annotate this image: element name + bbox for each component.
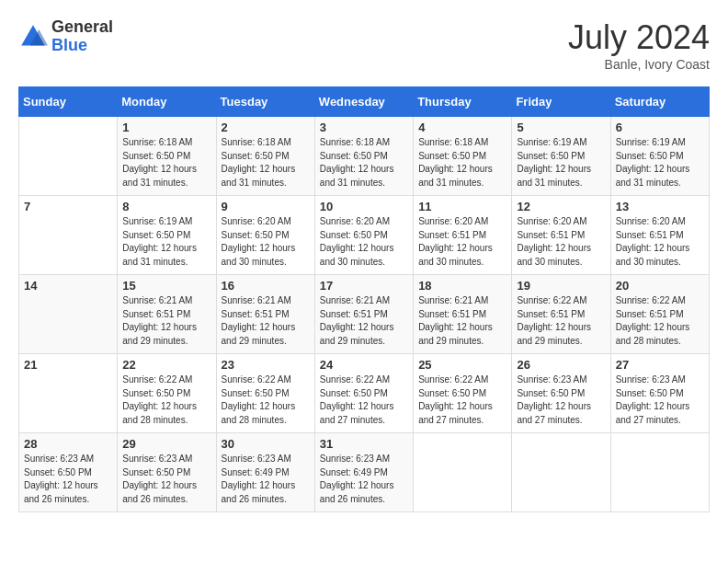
day-info: Sunrise: 6:22 AM Sunset: 6:50 PM Dayligh…: [320, 373, 408, 427]
table-row: 2Sunrise: 6:18 AM Sunset: 6:50 PM Daylig…: [216, 117, 314, 196]
table-row: 16Sunrise: 6:21 AM Sunset: 6:51 PM Dayli…: [216, 275, 314, 354]
table-row: 10Sunrise: 6:20 AM Sunset: 6:50 PM Dayli…: [314, 196, 413, 275]
day-info: Sunrise: 6:23 AM Sunset: 6:50 PM Dayligh…: [616, 373, 704, 427]
calendar-title: July 2024: [568, 18, 710, 57]
day-number: 18: [418, 279, 506, 293]
table-row: 15Sunrise: 6:21 AM Sunset: 6:51 PM Dayli…: [118, 275, 216, 354]
day-number: 29: [122, 437, 210, 451]
table-row: 24Sunrise: 6:22 AM Sunset: 6:50 PM Dayli…: [314, 354, 413, 433]
day-info: Sunrise: 6:18 AM Sunset: 6:50 PM Dayligh…: [122, 136, 210, 190]
day-info: Sunrise: 6:19 AM Sunset: 6:50 PM Dayligh…: [517, 136, 605, 190]
day-number: 30: [222, 437, 310, 451]
day-number: 25: [418, 358, 506, 372]
day-number: 3: [320, 121, 408, 134]
table-row: 29Sunrise: 6:23 AM Sunset: 6:50 PM Dayli…: [118, 433, 216, 512]
day-number: 15: [122, 279, 210, 293]
day-number: 6: [616, 121, 704, 134]
table-row: [414, 433, 512, 512]
table-row: 6Sunrise: 6:19 AM Sunset: 6:50 PM Daylig…: [610, 117, 709, 196]
day-number: 12: [517, 200, 605, 213]
day-info: Sunrise: 6:22 AM Sunset: 6:51 PM Dayligh…: [616, 294, 704, 348]
calendar-table: Sunday Monday Tuesday Wednesday Thursday…: [18, 86, 710, 512]
logo: General Blue: [18, 18, 113, 55]
day-info: Sunrise: 6:21 AM Sunset: 6:51 PM Dayligh…: [122, 294, 210, 348]
table-row: [512, 433, 610, 512]
day-info: Sunrise: 6:23 AM Sunset: 6:50 PM Dayligh…: [122, 453, 210, 506]
day-info: Sunrise: 6:20 AM Sunset: 6:51 PM Dayligh…: [517, 215, 605, 269]
day-info: Sunrise: 6:21 AM Sunset: 6:51 PM Dayligh…: [418, 294, 506, 348]
weekday-header-row: Sunday Monday Tuesday Wednesday Thursday…: [19, 87, 710, 117]
day-number: 1: [122, 121, 210, 134]
day-number: 11: [418, 200, 506, 213]
table-row: 26Sunrise: 6:23 AM Sunset: 6:50 PM Dayli…: [512, 354, 610, 433]
table-row: 12Sunrise: 6:20 AM Sunset: 6:51 PM Dayli…: [512, 196, 610, 275]
header-tuesday: Tuesday: [216, 87, 314, 117]
day-number: 20: [616, 279, 704, 293]
day-info: Sunrise: 6:20 AM Sunset: 6:51 PM Dayligh…: [418, 215, 506, 269]
table-row: 5Sunrise: 6:19 AM Sunset: 6:50 PM Daylig…: [512, 117, 610, 196]
day-number: 26: [517, 358, 605, 372]
calendar-location: Banle, Ivory Coast: [568, 57, 710, 72]
day-number: 28: [24, 437, 112, 451]
day-info: Sunrise: 6:22 AM Sunset: 6:50 PM Dayligh…: [222, 373, 310, 427]
header-wednesday: Wednesday: [314, 87, 413, 117]
calendar-week-row: 78Sunrise: 6:19 AM Sunset: 6:50 PM Dayli…: [19, 196, 710, 275]
logo-blue-text: Blue: [51, 37, 113, 55]
day-number: 22: [122, 358, 210, 372]
header-monday: Monday: [118, 87, 216, 117]
day-info: Sunrise: 6:22 AM Sunset: 6:50 PM Dayligh…: [122, 373, 210, 427]
day-number: 13: [616, 200, 704, 213]
day-number: 8: [122, 200, 210, 213]
day-number: 16: [222, 279, 310, 293]
day-number: 23: [222, 358, 310, 372]
header-sunday: Sunday: [19, 87, 118, 117]
table-row: [19, 117, 118, 196]
calendar-week-row: 1Sunrise: 6:18 AM Sunset: 6:50 PM Daylig…: [19, 117, 710, 196]
table-row: 23Sunrise: 6:22 AM Sunset: 6:50 PM Dayli…: [216, 354, 314, 433]
day-info: Sunrise: 6:20 AM Sunset: 6:50 PM Dayligh…: [222, 215, 310, 269]
table-row: 14: [19, 275, 118, 354]
table-row: 25Sunrise: 6:22 AM Sunset: 6:50 PM Dayli…: [414, 354, 512, 433]
table-row: 7: [19, 196, 118, 275]
day-number: 24: [320, 358, 408, 372]
table-row: 22Sunrise: 6:22 AM Sunset: 6:50 PM Dayli…: [118, 354, 216, 433]
day-info: Sunrise: 6:23 AM Sunset: 6:49 PM Dayligh…: [320, 453, 408, 506]
day-info: Sunrise: 6:22 AM Sunset: 6:50 PM Dayligh…: [418, 373, 506, 427]
table-row: 20Sunrise: 6:22 AM Sunset: 6:51 PM Dayli…: [610, 275, 709, 354]
day-info: Sunrise: 6:18 AM Sunset: 6:50 PM Dayligh…: [320, 136, 408, 190]
logo-icon: [18, 22, 48, 52]
table-row: 30Sunrise: 6:23 AM Sunset: 6:49 PM Dayli…: [216, 433, 314, 512]
day-number: 9: [222, 200, 310, 213]
table-row: 9Sunrise: 6:20 AM Sunset: 6:50 PM Daylig…: [216, 196, 314, 275]
table-row: 8Sunrise: 6:19 AM Sunset: 6:50 PM Daylig…: [118, 196, 216, 275]
day-number: 21: [24, 358, 112, 372]
table-row: 21: [19, 354, 118, 433]
table-row: [610, 433, 709, 512]
day-number: 2: [222, 121, 310, 134]
day-info: Sunrise: 6:23 AM Sunset: 6:49 PM Dayligh…: [222, 453, 310, 506]
day-info: Sunrise: 6:19 AM Sunset: 6:50 PM Dayligh…: [122, 215, 210, 269]
day-info: Sunrise: 6:21 AM Sunset: 6:51 PM Dayligh…: [320, 294, 408, 348]
title-block: July 2024 Banle, Ivory Coast: [568, 18, 710, 72]
day-info: Sunrise: 6:23 AM Sunset: 6:50 PM Dayligh…: [517, 373, 605, 427]
day-info: Sunrise: 6:18 AM Sunset: 6:50 PM Dayligh…: [222, 136, 310, 190]
day-number: 7: [24, 200, 112, 213]
day-number: 17: [320, 279, 408, 293]
day-number: 31: [320, 437, 408, 451]
day-number: 4: [418, 121, 506, 134]
day-info: Sunrise: 6:18 AM Sunset: 6:50 PM Dayligh…: [418, 136, 506, 190]
table-row: 3Sunrise: 6:18 AM Sunset: 6:50 PM Daylig…: [314, 117, 413, 196]
header-thursday: Thursday: [414, 87, 512, 117]
calendar-week-row: 1415Sunrise: 6:21 AM Sunset: 6:51 PM Day…: [19, 275, 710, 354]
table-row: 28Sunrise: 6:23 AM Sunset: 6:50 PM Dayli…: [19, 433, 118, 512]
table-row: 4Sunrise: 6:18 AM Sunset: 6:50 PM Daylig…: [414, 117, 512, 196]
day-number: 19: [517, 279, 605, 293]
header-saturday: Saturday: [610, 87, 709, 117]
header-friday: Friday: [512, 87, 610, 117]
day-info: Sunrise: 6:23 AM Sunset: 6:50 PM Dayligh…: [24, 453, 112, 506]
calendar-week-row: 2122Sunrise: 6:22 AM Sunset: 6:50 PM Day…: [19, 354, 710, 433]
table-row: 19Sunrise: 6:22 AM Sunset: 6:51 PM Dayli…: [512, 275, 610, 354]
day-info: Sunrise: 6:19 AM Sunset: 6:50 PM Dayligh…: [616, 136, 704, 190]
table-row: 27Sunrise: 6:23 AM Sunset: 6:50 PM Dayli…: [610, 354, 709, 433]
table-row: 13Sunrise: 6:20 AM Sunset: 6:51 PM Dayli…: [610, 196, 709, 275]
